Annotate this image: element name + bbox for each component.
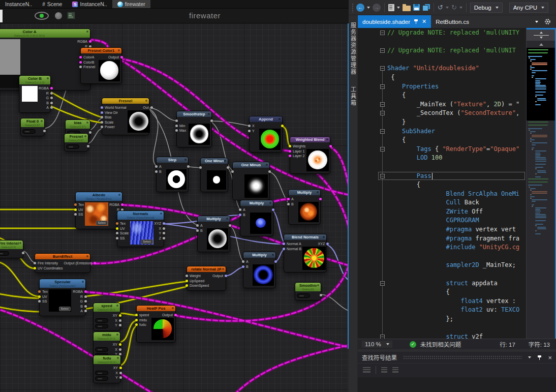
output-port[interactable]: R — [46, 91, 50, 96]
fold-collapse-icon[interactable] — [380, 66, 385, 71]
code-line[interactable]: SubShader — [358, 127, 526, 136]
select-button[interactable]: Select — [59, 307, 71, 311]
input-port[interactable]: Layer 1 — [292, 149, 305, 154]
node-rotate-normal-2f[interactable]: rotate Normal 2FWeightUpSpeedDownSpeedOu… — [187, 266, 226, 291]
output-port[interactable] — [318, 197, 319, 202]
input-port[interactable]: Power — [104, 125, 127, 130]
previous-result-icon[interactable] — [381, 367, 387, 373]
output-port[interactable]: Output — [162, 313, 174, 318]
output-port[interactable] — [186, 164, 187, 169]
collapse-dot-icon[interactable] — [326, 138, 328, 140]
fold-collapse-icon[interactable] — [380, 48, 385, 53]
code-line[interactable]: CGPROGRAM — [358, 216, 526, 225]
fold-collapse-icon[interactable] — [380, 129, 385, 134]
code-line[interactable]: _MainTex ("Texture", 2D) = " — [358, 100, 526, 109]
output-port[interactable] — [42, 129, 43, 134]
back-dropdown-caret[interactable] — [367, 7, 370, 9]
output-port[interactable]: X — [159, 226, 162, 231]
input-port[interactable]: Min — [178, 124, 186, 129]
redo-button[interactable]: ↻ — [451, 4, 457, 11]
output-port[interactable]: XYZ — [318, 242, 326, 247]
input-port[interactable]: UV — [41, 294, 48, 299]
collapse-dot-icon[interactable] — [208, 113, 210, 115]
collapse-dot-icon[interactable] — [279, 118, 281, 120]
input-port[interactable]: A — [158, 164, 162, 169]
output-port[interactable] — [227, 223, 228, 228]
input-port[interactable]: fudu — [138, 322, 149, 327]
collapse-dot-icon[interactable] — [266, 164, 268, 166]
input-port[interactable]: World Normal — [104, 105, 127, 110]
code-line[interactable] — [358, 252, 526, 261]
value-field[interactable] — [95, 318, 108, 323]
collapse-dot-icon[interactable] — [118, 49, 120, 51]
input-port[interactable]: ColorA — [82, 55, 95, 60]
output-port[interactable]: R — [80, 294, 84, 299]
node-smoothness[interactable]: SmoothnessGalaxy(0) — [295, 282, 321, 300]
shader-graph-canvas[interactable]: Color AGalaxy(0.00,0.00,0.00,0)RGBARGBAF… — [0, 23, 349, 392]
code-line[interactable]: { — [358, 136, 526, 145]
input-port[interactable]: Fresnel — [82, 65, 95, 70]
collapse-dot-icon[interactable] — [317, 191, 319, 193]
tab-retbutton-cs[interactable]: RetButton.cs — [431, 15, 474, 28]
select-button[interactable]: Select — [141, 239, 152, 244]
code-line[interactable] — [358, 38, 526, 47]
output-port[interactable]: Z — [159, 236, 162, 241]
toolbar-grip[interactable] — [352, 3, 354, 12]
input-port[interactable]: X — [251, 124, 255, 129]
node-step[interactable]: StepAB — [156, 157, 189, 192]
output-port[interactable] — [270, 207, 271, 213]
output-port[interactable]: RGBA — [109, 202, 120, 207]
output-port[interactable]: G — [46, 96, 49, 101]
node-weighted-blend[interactable]: Weighted BlendWeightsLayer 1Layer 2 — [290, 136, 330, 174]
input-port[interactable]: Weights — [292, 144, 305, 149]
code-line[interactable]: Properties — [358, 82, 526, 92]
collapse-dot-icon[interactable] — [116, 305, 118, 307]
code-line[interactable]: { — [358, 180, 526, 190]
minimap-viewport[interactable] — [527, 48, 556, 120]
code-editor[interactable]: // Upgrade NOTE: replaced 'mul(UNITY// U… — [358, 28, 556, 339]
value-field[interactable] — [95, 347, 108, 352]
collapse-dot-icon[interactable] — [86, 255, 88, 257]
input-port[interactable]: B — [245, 264, 249, 269]
output-port[interactable] — [85, 144, 86, 149]
code-line[interactable]: #pragma vertex vert — [358, 225, 526, 234]
collapse-dot-icon[interactable] — [82, 281, 84, 283]
code-line[interactable]: float2 uv: TEXCO — [358, 306, 526, 315]
tab-firewater[interactable]: firewater — [112, 0, 150, 8]
value-field[interactable] — [95, 371, 108, 375]
node-specular[interactable]: SpecularGalaxy (NoSpecular)TexUVSSSelect… — [39, 279, 86, 316]
code-line[interactable]: // Upgrade NOTE: replaced 'mul(UNITY — [358, 28, 526, 38]
input-port[interactable]: Max — [178, 128, 186, 133]
output-port[interactable]: XY — [113, 313, 118, 318]
input-port[interactable]: Layer 2 — [292, 154, 305, 159]
node-fresnel[interactable]: FresnelWorld NormalView DirBiasScalePowe… — [102, 98, 149, 135]
node-normals[interactable]: NormalsGalaxy (NoiseNormal)TexUVScaleSSS… — [117, 210, 164, 247]
code-line[interactable]: sampler2D _MainTex; — [358, 261, 526, 270]
node-speed[interactable]: speedGalaxy(0.05,0.02)XYXY — [93, 303, 120, 331]
input-port[interactable]: UV — [119, 226, 129, 231]
code-line[interactable] — [358, 270, 526, 279]
scroll-up-arrow[interactable] — [527, 41, 556, 48]
tab-overflow-caret[interactable] — [535, 21, 538, 23]
toolbox-tab[interactable]: 工具箱 — [349, 86, 357, 106]
select-button[interactable]: Select — [96, 221, 108, 225]
output-port[interactable] — [20, 251, 21, 256]
node-smoothstep[interactable]: SmoothstepMinMax — [176, 111, 212, 147]
new-file-caret[interactable] — [397, 7, 400, 9]
collapse-dot-icon[interactable] — [86, 31, 88, 33]
clear-results-icon[interactable] — [363, 367, 370, 373]
node-multiply[interactable]: MultiplyAB — [197, 216, 230, 252]
navigate-back-button[interactable]: ← — [356, 4, 364, 12]
input-port[interactable]: UpSpeed — [189, 279, 209, 284]
panel-splitter[interactable] — [348, 23, 349, 349]
collapse-dot-icon[interactable] — [84, 135, 86, 137]
fold-collapse-icon[interactable] — [380, 147, 385, 152]
output-port[interactable] — [273, 259, 274, 264]
collapse-dot-icon[interactable] — [172, 307, 174, 309]
input-port[interactable]: Tex — [119, 221, 129, 226]
node-fresnel[interactable]: FresnelGalaxy(0.67) — [64, 133, 88, 152]
input-port[interactable]: Normal A — [286, 242, 301, 247]
input-port[interactable]: Y — [251, 129, 255, 134]
input-port[interactable] — [234, 169, 235, 174]
output-port[interactable]: Output (Emission) — [64, 261, 93, 266]
